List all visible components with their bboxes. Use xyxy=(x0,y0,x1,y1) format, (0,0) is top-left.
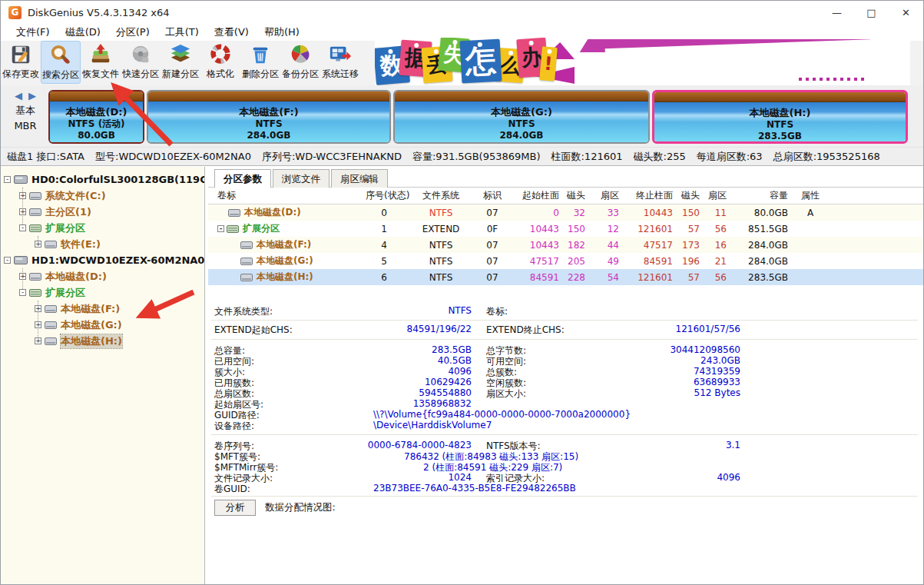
menu-view[interactable]: 查看(V) xyxy=(207,24,257,41)
search-partition-button[interactable]: 搜索分区 xyxy=(41,41,81,84)
partition-bar-h[interactable]: 本地磁盘(H:) NTFS 283.5GB xyxy=(652,90,908,144)
close-button[interactable]: ✕ xyxy=(889,1,923,24)
extended-partition-icon xyxy=(227,225,239,233)
table-row-h[interactable]: 本地磁盘(H:) 6 NTFS 07 84591 228 54 121601 5… xyxy=(208,269,924,285)
partition-bar-d[interactable]: 本地磁盘(D:) NTFS (活动) 80.0GB xyxy=(48,90,144,144)
floppy-save-icon xyxy=(9,43,32,66)
table-row-d[interactable]: 本地磁盘(D:) 0 NTFS 07 0 32 33 10443 150 11 … xyxy=(208,204,924,221)
save-changes-button[interactable]: 保存更改 xyxy=(1,41,41,84)
table-row-g[interactable]: 本地磁盘(G:) 5 NTFS 07 47517 205 49 84591 19… xyxy=(208,253,924,269)
partition-icon xyxy=(29,273,41,281)
detail-line: 文件记录大小:1024 索引记录大小:4096 xyxy=(208,472,924,483)
recover-files-button[interactable]: 恢复文件 xyxy=(81,41,121,84)
detail-line-volguid: 卷GUID: 23B73BEE-76A0-4335-B5E8-FE2948226… xyxy=(208,483,924,494)
detail-line-device-path: 设备路径: \Device\HarddiskVolume7 xyxy=(208,420,924,430)
tree-expander[interactable]: + xyxy=(19,208,26,215)
format-icon xyxy=(209,43,232,66)
partition-bar-g[interactable]: 本地磁盘(G:) NTFS 284.0GB xyxy=(393,90,650,144)
tab-browse-files[interactable]: 浏览文件 xyxy=(273,169,330,188)
next-disk-icon[interactable]: ▶ xyxy=(28,90,36,101)
tree-expander[interactable]: + xyxy=(35,241,41,248)
detail-line: 总容量:283.5GB 总字节数:304412098560 xyxy=(208,344,924,355)
ad-tag: 怎 xyxy=(460,39,502,84)
app-logo-icon: G xyxy=(8,6,22,19)
tree-expander[interactable]: - xyxy=(19,224,26,231)
partition-icon xyxy=(45,337,57,345)
disk-scheme-label: MBR xyxy=(14,120,36,131)
detail-line-mft: $MFT簇号: 786432 (柱面:84983 磁头:133 扇区:15) xyxy=(208,450,924,461)
partition-icon xyxy=(29,208,41,216)
partition-icon xyxy=(228,209,240,217)
tree-item-ext1[interactable]: - 扩展分区 xyxy=(19,284,85,301)
table-row-extended[interactable]: - 扩展分区 1 EXTEND 0F 10443 150 12 121601 5… xyxy=(208,221,924,237)
detail-line-guid-path: GUID路径: \\?\Volume{fc99a484-0000-0000-00… xyxy=(208,409,924,420)
menu-file[interactable]: 文件(F) xyxy=(8,24,58,41)
minimize-button[interactable]: — xyxy=(820,1,854,24)
tree-expander[interactable]: + xyxy=(35,321,41,328)
title-bar: G DiskGenius V5.4.3.1342 x64 — □ ✕ xyxy=(1,1,923,24)
tab-bar: 分区参数 浏览文件 扇区编辑 xyxy=(214,169,389,188)
diskgenius-window: G DiskGenius V5.4.3.1342 x64 — □ ✕ 文件(F)… xyxy=(0,0,924,585)
tree-item-g[interactable]: + 本地磁盘(G:) xyxy=(35,317,122,333)
tree-expander[interactable]: + xyxy=(19,273,26,280)
partition-icon xyxy=(45,305,57,313)
tree-item-hd1[interactable]: - HD1:WDCWD10EZEX-60M2NA0(932G xyxy=(4,252,205,268)
tree-item-c[interactable]: + 系统文件(C:) xyxy=(19,188,106,204)
tab-partition-params[interactable]: 分区参数 xyxy=(214,169,271,188)
disk-icon xyxy=(14,175,28,184)
partition-icon xyxy=(45,241,57,248)
partition-bar-f[interactable]: 本地磁盘(F:) NTFS 284.0GB xyxy=(147,90,391,144)
disk-type-label: 基本 xyxy=(15,104,35,118)
system-migrate-icon xyxy=(329,43,352,66)
tree-expander[interactable]: - xyxy=(217,225,224,232)
tree-item-f[interactable]: + 本地磁盘(F:) xyxy=(35,301,120,317)
recover-files-icon xyxy=(89,43,112,66)
format-button[interactable]: 格式化 xyxy=(200,41,240,84)
table-row-f[interactable]: 本地磁盘(F:) 4 NTFS 07 10443 182 44 47517 17… xyxy=(208,237,924,253)
analyze-button[interactable]: 分析 xyxy=(214,500,256,516)
disk-info-bar: 磁盘1 接口:SATA 型号:WDCWD10EZEX-60M2NA0 序列号:W… xyxy=(1,147,923,166)
quick-partition-icon xyxy=(129,43,152,66)
trash-icon xyxy=(249,43,272,66)
new-partition-button[interactable]: 新建分区 xyxy=(161,41,200,84)
tab-sector-edit[interactable]: 扇区编辑 xyxy=(331,169,388,188)
detail-line: 总扇区数:594554880 扇区大小:512 Bytes xyxy=(208,387,924,398)
tree-expander[interactable]: + xyxy=(35,337,41,344)
detail-line-mftmirr: $MFTMirr簇号: 2 (柱面:84591 磁头:229 扇区:7) xyxy=(208,461,924,472)
tree-item-e[interactable]: + 软件(E:) xyxy=(35,236,101,252)
tree-item-h[interactable]: + 本地磁盘(H:) xyxy=(35,333,122,349)
system-migrate-button[interactable]: 系统迁移 xyxy=(320,41,360,84)
tree-expander[interactable]: - xyxy=(19,289,26,296)
maximize-button[interactable]: □ xyxy=(854,1,889,24)
menu-tools[interactable]: 工具(T) xyxy=(157,24,207,41)
menu-partition[interactable]: 分区(P) xyxy=(108,24,157,41)
tree-expander[interactable]: - xyxy=(4,176,11,183)
delete-partition-button[interactable]: 删除分区 xyxy=(240,41,280,84)
prev-disk-icon[interactable]: ◀ xyxy=(15,90,22,101)
disk-icon xyxy=(14,255,28,265)
new-partition-icon xyxy=(169,43,192,66)
detail-line-extendchs: EXTEND起始CHS:84591/196/22 EXTEND终止CHS:121… xyxy=(208,324,924,334)
extended-partition-icon xyxy=(29,224,41,232)
tree-item-hd0[interactable]: - HD0:ColorfulSL300128GB(119GB) xyxy=(4,171,205,188)
tree-item-primary[interactable]: + 主分区(1) xyxy=(19,204,91,220)
detail-line: 已用簇数:10629426 空闲簇数:63689933 xyxy=(208,377,924,387)
ad-banner[interactable]: 数 据 丢 失 怎 么 办 ! xyxy=(375,38,910,85)
disk-nav: ◀ ▶ 基本 MBR xyxy=(5,90,45,141)
detail-line: 卷序列号:0000-6784-0000-4823 NTFS版本号:3.1 xyxy=(208,440,924,450)
tree-item-ext0[interactable]: - 扩展分区 xyxy=(19,220,85,236)
menu-disk[interactable]: 磁盘(D) xyxy=(58,24,108,41)
partition-icon xyxy=(29,192,41,200)
detail-line-fstype: 文件系统类型:NTFS 卷标: xyxy=(208,305,924,316)
detail-line: 已用空间:40.5GB 可用空间:243.0GB xyxy=(208,355,924,366)
quick-partition-button[interactable]: 快速分区 xyxy=(121,41,161,84)
detail-panel: 分区参数 浏览文件 扇区编辑 卷标 序号(状态) 文件系统 标识 起始柱面 磁头… xyxy=(208,167,924,585)
detail-line: 簇大小:4096 总簇数:74319359 xyxy=(208,366,924,377)
tree-expander[interactable]: - xyxy=(4,257,11,264)
tree-item-d[interactable]: + 本地磁盘(D:) xyxy=(19,268,107,284)
tree-expander[interactable]: + xyxy=(19,192,26,199)
menu-help[interactable]: 帮助(H) xyxy=(257,24,307,41)
search-icon xyxy=(49,44,72,67)
backup-partition-button[interactable]: 备份分区 xyxy=(280,41,320,84)
tree-expander[interactable]: + xyxy=(35,305,41,312)
